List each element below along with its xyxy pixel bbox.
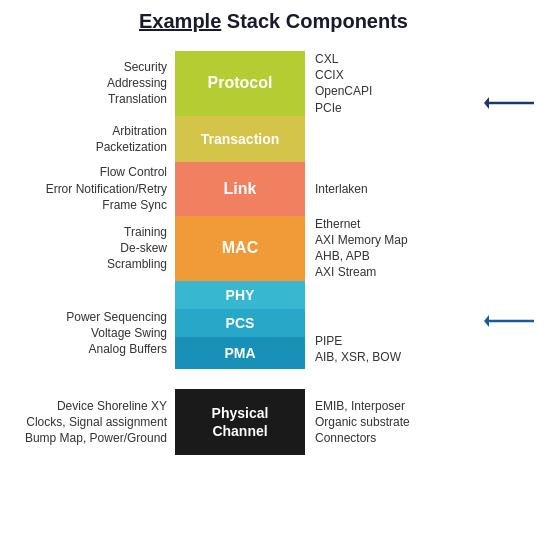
arrow-mac-right-icon (484, 303, 539, 338)
phy-pcs-pma-blocks: PHY PCS PMA (175, 281, 305, 390)
protocol-row: SecurityAddressingTranslation Protocol C… (0, 51, 547, 116)
link-right-labels: Interlaken (305, 162, 505, 216)
svg-marker-3 (484, 315, 489, 327)
physical-row: Device Shoreline XYClocks, Signal assign… (0, 389, 547, 455)
pcs-pma-right-container: PIPEAIB, XSR, BOW (305, 281, 505, 390)
pcs-right-text: PIPEAIB, XSR, BOW (315, 333, 401, 365)
mac-right-text: EthernetAXI Memory MapAHB, APBAXI Stream (315, 216, 408, 281)
transaction-left-text: ArbitrationPacketization (96, 123, 167, 155)
protocol-right-labels: CXLCCIXOpenCAPIPCIe (305, 51, 505, 116)
phy-spacer (0, 281, 167, 309)
pcs-left-text: Power SequencingVoltage SwingAnalog Buff… (66, 309, 167, 358)
mac-block: MAC (175, 216, 305, 281)
mac-row: TrainingDe-skewScrambling MAC EthernetAX… (0, 216, 547, 281)
title-underline: Example (139, 10, 221, 32)
link-left-text: Flow ControlError Notification/RetryFram… (46, 164, 167, 213)
pma-spacer (0, 357, 167, 389)
protocol-label: Protocol (208, 74, 273, 92)
transaction-left-labels: ArbitrationPacketization (0, 116, 175, 162)
link-label: Link (224, 180, 257, 198)
svg-marker-1 (484, 97, 489, 109)
pcs-label: PCS (226, 315, 255, 331)
transaction-block: Transaction (175, 116, 305, 162)
physical-right-labels: EMIB, InterposerOrganic substrateConnect… (305, 389, 505, 455)
physical-block: PhysicalChannel (175, 389, 305, 455)
transaction-right-labels (305, 116, 505, 162)
physical-right-text: EMIB, InterposerOrganic substrateConnect… (315, 398, 410, 447)
page: Example Stack Components SecurityAddress… (0, 0, 547, 465)
mac-label: MAC (222, 239, 258, 257)
link-left-labels: Flow ControlError Notification/RetryFram… (0, 162, 175, 216)
arrow-top-right-icon (484, 83, 539, 118)
pcs-left-row: Power SequencingVoltage SwingAnalog Buff… (0, 309, 167, 358)
transaction-row: ArbitrationPacketization Transaction (0, 116, 547, 162)
physical-left-labels: Device Shoreline XYClocks, Signal assign… (0, 389, 175, 455)
link-row: Flow ControlError Notification/RetryFram… (0, 162, 547, 216)
mac-left-labels: TrainingDe-skewScrambling (0, 216, 175, 281)
pcs-pma-right-labels: PIPEAIB, XSR, BOW (305, 309, 505, 390)
stack-diagram: SecurityAddressingTranslation Protocol C… (0, 51, 547, 455)
physical-label: PhysicalChannel (212, 404, 269, 440)
transaction-label: Transaction (201, 131, 280, 147)
protocol-left-text: SecurityAddressingTranslation (107, 59, 167, 108)
pcs-block: PCS (175, 309, 305, 337)
link-right-text: Interlaken (315, 181, 368, 197)
pcs-left-container: Power SequencingVoltage SwingAnalog Buff… (0, 281, 175, 390)
protocol-right-text: CXLCCIXOpenCAPIPCIe (315, 51, 372, 116)
link-block: Link (175, 162, 305, 216)
mac-left-text: TrainingDe-skewScrambling (107, 224, 167, 273)
phy-pcs-pma-group: Power SequencingVoltage SwingAnalog Buff… (0, 281, 547, 390)
phy-label: PHY (226, 287, 255, 303)
physical-left-text: Device Shoreline XYClocks, Signal assign… (25, 398, 167, 447)
page-title: Example Stack Components (0, 10, 547, 33)
protocol-block: Protocol (175, 51, 305, 116)
phy-right-spacer (305, 281, 505, 309)
title-suffix: Stack Components (221, 10, 408, 32)
pma-label: PMA (224, 345, 255, 361)
pma-block: PMA (175, 337, 305, 369)
phy-block: PHY (175, 281, 305, 309)
mac-right-labels: EthernetAXI Memory MapAHB, APBAXI Stream (305, 216, 505, 281)
protocol-left-labels: SecurityAddressingTranslation (0, 51, 175, 116)
